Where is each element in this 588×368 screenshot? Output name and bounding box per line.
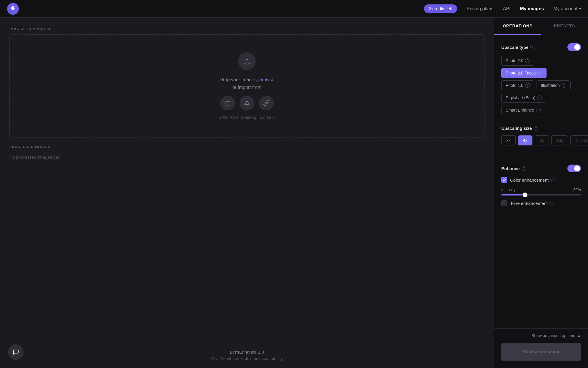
app-name: Let'sEnhance 2.0 — [16, 349, 477, 354]
enhance-toggle[interactable] — [567, 165, 581, 172]
size-buttons: 2x 4x 8x 16x Custom — [501, 135, 581, 145]
svg-point-1 — [11, 7, 13, 8]
intensity-label: Intensity — [501, 188, 515, 192]
upscaling-size-info-icon[interactable]: ? — [534, 126, 538, 131]
panel-content: Upscale type ? Photo 2.0 ? Photo 2.0 Fac… — [494, 35, 588, 328]
color-enhancement-label: Color enhancement ? — [510, 178, 555, 183]
size-4x[interactable]: 4x — [518, 135, 532, 145]
tab-presets[interactable]: PRESETS — [541, 18, 588, 35]
url-import-btn[interactable] — [259, 96, 274, 110]
upscaling-size-section: Upscaling size ? 2x 4x 8x 16x — [501, 126, 581, 145]
drop-text-before: Drop your images, — [220, 77, 259, 82]
upscale-type-info-icon[interactable]: ? — [530, 45, 535, 49]
api-link[interactable]: API — [503, 6, 511, 11]
option-smartenhance[interactable]: Smart Enhance ? — [501, 105, 545, 115]
right-panel: OPERATIONS PRESETS Upscale type ? — [494, 18, 588, 368]
footer-dot: • — [241, 356, 243, 361]
panel-tabs: OPERATIONS PRESETS — [494, 18, 588, 35]
tone-enhancement-info-icon[interactable]: ? — [549, 201, 554, 205]
tab-operations[interactable]: OPERATIONS — [494, 18, 541, 35]
start-processing-button[interactable]: Start processing — [501, 343, 581, 361]
chevron-up-icon: ▲ — [577, 333, 581, 338]
digitalart-info-icon[interactable]: ? — [537, 95, 542, 100]
enhance-title: Enhance ? — [501, 166, 526, 171]
option-illustration[interactable]: Illustration ? — [537, 80, 571, 90]
logo-icon[interactable] — [7, 3, 19, 15]
intensity-slider-thumb[interactable] — [523, 193, 527, 197]
upscaling-size-title: Upscaling size ? — [501, 126, 538, 131]
drive-import-btn[interactable] — [240, 96, 254, 110]
option-photo20faces[interactable]: Photo 2.0 Faces ? — [501, 68, 547, 78]
size-custom[interactable]: Custom — [570, 135, 588, 145]
illustration-info-icon[interactable]: ? — [562, 83, 566, 88]
option-digitalart[interactable]: Digital art (Beta) ? — [501, 93, 546, 103]
enhance-info-icon[interactable]: ? — [522, 166, 526, 171]
drop-zone[interactable]: Drop your images, browse or import from — [9, 34, 485, 138]
header-nav: Pricing plans API My images My account ▾ — [467, 6, 581, 11]
intensity-slider-track[interactable] — [501, 194, 581, 195]
processed-section: PROCESSED IMAGES No processed images yet — [9, 145, 485, 162]
join-beta-link[interactable]: Join beta community — [245, 356, 283, 361]
file-hint: JPG, PNG, WebP up to 50 mb — [219, 115, 275, 120]
enhance-section: Enhance ? Color enhancement — [501, 165, 581, 211]
upscale-type-toggle[interactable] — [567, 43, 581, 51]
tone-enhancement-row: Tone enhancement ? — [501, 200, 581, 206]
upscale-type-header: Upscale type ? — [501, 43, 581, 51]
upload-icon-wrapper — [238, 52, 256, 70]
photo10-info-icon[interactable]: ? — [525, 83, 530, 88]
import-icons — [220, 96, 274, 110]
advanced-options-label: Show advanced options — [531, 333, 575, 338]
processed-section-label: PROCESSED IMAGES — [9, 145, 485, 149]
upload-icon — [243, 57, 251, 65]
option-photo20[interactable]: Photo 2.0 ? — [501, 56, 534, 66]
tone-enhancement-label: Tone enhancement ? — [510, 201, 554, 206]
intensity-value: 30% — [573, 188, 581, 192]
option-photo10[interactable]: Photo 1.0 ? — [501, 80, 534, 90]
upscale-type-title: Upscale type ? — [501, 45, 535, 50]
footer: Let'sEnhance 2.0 Give Feedback • Join be… — [9, 342, 485, 368]
images-section: IMAGES TO PROCESS Drop your images, brow… — [9, 27, 485, 138]
checkmark-icon — [502, 178, 506, 182]
header: 2 credits left Pricing plans API My imag… — [0, 0, 588, 18]
chat-icon — [13, 349, 19, 355]
size-8x[interactable]: 8x — [535, 135, 549, 145]
color-enhancement-info-icon[interactable]: ? — [550, 178, 555, 182]
photo20-info-icon[interactable]: ? — [525, 58, 530, 63]
intensity-slider-fill — [501, 194, 525, 195]
smartenhance-info-icon[interactable]: ? — [536, 108, 541, 112]
images-section-label: IMAGES TO PROCESS — [9, 27, 485, 31]
chat-button[interactable] — [8, 344, 24, 360]
color-enhancement-checkbox[interactable] — [501, 177, 507, 183]
size-16x[interactable]: 16x — [551, 135, 568, 145]
footer-links: Give Feedback • Join beta community — [16, 356, 477, 361]
left-panel: IMAGES TO PROCESS Drop your images, brow… — [0, 18, 494, 368]
enhance-header: Enhance ? — [501, 165, 581, 172]
chevron-down-icon: ▾ — [579, 7, 581, 11]
panel-divider — [501, 155, 581, 155]
drop-text: Drop your images, browse or import from — [220, 76, 275, 91]
main-layout: IMAGES TO PROCESS Drop your images, brow… — [0, 18, 588, 368]
size-2x[interactable]: 2x — [501, 135, 516, 145]
tone-enhancement-checkbox[interactable] — [501, 200, 507, 206]
upscale-type-toggle-knob — [574, 44, 580, 50]
enhance-toggle-knob — [574, 165, 580, 171]
photo20faces-info-icon[interactable]: ? — [537, 71, 542, 75]
folder-import-btn[interactable] — [220, 96, 235, 110]
pricing-plans-link[interactable]: Pricing plans — [467, 6, 494, 11]
color-enhancement-row: Color enhancement ? — [501, 177, 581, 183]
give-feedback-link[interactable]: Give Feedback — [211, 356, 239, 361]
my-account-button[interactable]: My account ▾ — [553, 6, 581, 11]
advanced-options-row[interactable]: Show advanced options ▲ — [494, 328, 588, 343]
credits-badge[interactable]: 2 credits left — [424, 4, 457, 13]
upscale-type-options: Photo 2.0 ? Photo 2.0 Faces ? Photo 1.0 … — [501, 56, 581, 115]
intensity-slider-container: Intensity 30% — [501, 188, 581, 195]
my-account-label: My account — [553, 6, 577, 11]
drop-text-after: or import from — [232, 85, 262, 90]
upscaling-size-header: Upscaling size ? — [501, 126, 581, 131]
my-images-link[interactable]: My images — [520, 6, 544, 11]
upscale-type-section: Upscale type ? Photo 2.0 ? Photo 2.0 Fac… — [501, 43, 581, 117]
no-processed-text: No processed images yet — [9, 152, 485, 162]
slider-header: Intensity 30% — [501, 188, 581, 192]
browse-link[interactable]: browse — [259, 77, 275, 82]
